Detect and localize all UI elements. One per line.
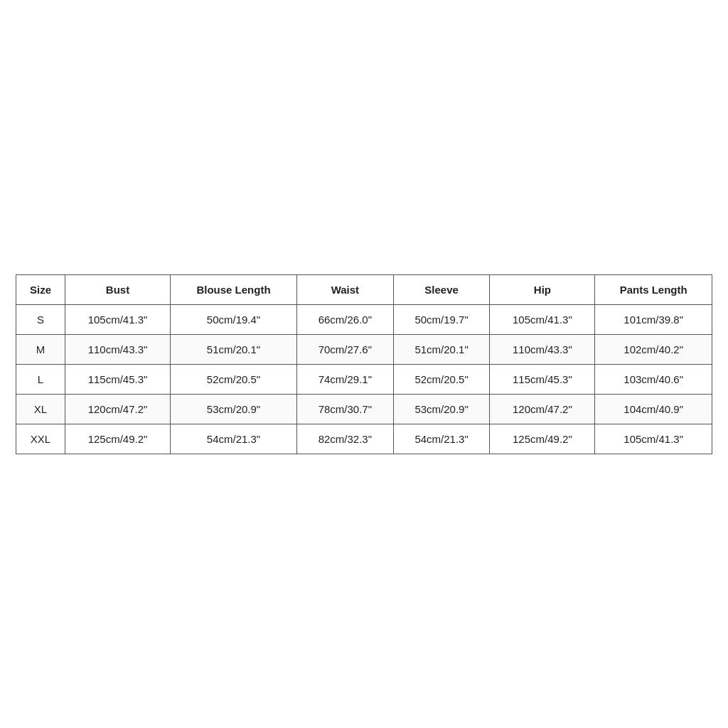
table-cell-r2-c2: 52cm/20.5"	[171, 364, 297, 394]
table-cell-r3-c4: 53cm/20.9"	[393, 394, 490, 424]
table-cell-r4-c2: 54cm/21.3"	[171, 424, 297, 454]
table-cell-r1-c1: 110cm/43.3"	[65, 334, 171, 364]
table-cell-r2-c0: L	[16, 364, 65, 394]
table-body: S105cm/41.3"50cm/19.4"66cm/26.0"50cm/19.…	[16, 304, 712, 454]
table-cell-r0-c4: 50cm/19.7"	[393, 304, 490, 334]
table-cell-r1-c6: 102cm/40.2"	[595, 334, 712, 364]
table-cell-r2-c5: 115cm/45.3"	[490, 364, 595, 394]
table-row: XXL125cm/49.2"54cm/21.3"82cm/32.3"54cm/2…	[16, 424, 712, 454]
table-cell-r4-c0: XXL	[16, 424, 65, 454]
table-cell-r1-c4: 51cm/20.1"	[393, 334, 490, 364]
table-cell-r1-c5: 110cm/43.3"	[490, 334, 595, 364]
table-cell-r0-c3: 66cm/26.0"	[297, 304, 394, 334]
table-cell-r3-c2: 53cm/20.9"	[171, 394, 297, 424]
table-row: L115cm/45.3"52cm/20.5"74cm/29.1"52cm/20.…	[16, 364, 712, 394]
column-header-3: Waist	[297, 274, 394, 304]
column-header-0: Size	[16, 274, 65, 304]
table-cell-r4-c3: 82cm/32.3"	[297, 424, 394, 454]
size-chart-table: SizeBustBlouse LengthWaistSleeveHipPants…	[16, 274, 712, 454]
size-chart-container: SizeBustBlouse LengthWaistSleeveHipPants…	[16, 274, 712, 454]
table-cell-r2-c6: 103cm/40.6"	[595, 364, 712, 394]
table-cell-r3-c5: 120cm/47.2"	[490, 394, 595, 424]
table-cell-r2-c1: 115cm/45.3"	[65, 364, 171, 394]
table-cell-r1-c0: M	[16, 334, 65, 364]
table-cell-r4-c6: 105cm/41.3"	[595, 424, 712, 454]
table-row: S105cm/41.3"50cm/19.4"66cm/26.0"50cm/19.…	[16, 304, 712, 334]
table-row: M110cm/43.3"51cm/20.1"70cm/27.6"51cm/20.…	[16, 334, 712, 364]
table-cell-r1-c2: 51cm/20.1"	[171, 334, 297, 364]
table-cell-r3-c6: 104cm/40.9"	[595, 394, 712, 424]
table-cell-r3-c3: 78cm/30.7"	[297, 394, 394, 424]
column-header-2: Blouse Length	[171, 274, 297, 304]
table-cell-r0-c0: S	[16, 304, 65, 334]
column-header-1: Bust	[65, 274, 171, 304]
table-cell-r2-c3: 74cm/29.1"	[297, 364, 394, 394]
table-cell-r2-c4: 52cm/20.5"	[393, 364, 490, 394]
table-header-row: SizeBustBlouse LengthWaistSleeveHipPants…	[16, 274, 712, 304]
table-cell-r4-c5: 125cm/49.2"	[490, 424, 595, 454]
table-cell-r0-c1: 105cm/41.3"	[65, 304, 171, 334]
table-row: XL120cm/47.2"53cm/20.9"78cm/30.7"53cm/20…	[16, 394, 712, 424]
table-cell-r3-c0: XL	[16, 394, 65, 424]
column-header-4: Sleeve	[393, 274, 490, 304]
column-header-5: Hip	[490, 274, 595, 304]
table-cell-r0-c5: 105cm/41.3"	[490, 304, 595, 334]
table-cell-r0-c6: 101cm/39.8"	[595, 304, 712, 334]
table-cell-r4-c4: 54cm/21.3"	[393, 424, 490, 454]
table-cell-r0-c2: 50cm/19.4"	[171, 304, 297, 334]
table-cell-r3-c1: 120cm/47.2"	[65, 394, 171, 424]
column-header-6: Pants Length	[595, 274, 712, 304]
table-cell-r1-c3: 70cm/27.6"	[297, 334, 394, 364]
table-cell-r4-c1: 125cm/49.2"	[65, 424, 171, 454]
